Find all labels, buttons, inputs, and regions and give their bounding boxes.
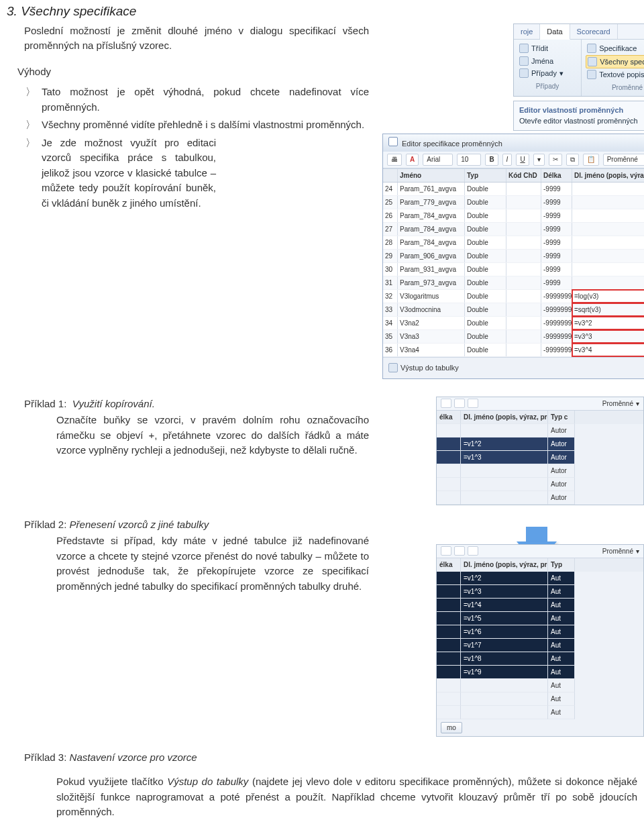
example1-body: Označíte buňky se vzorci, v pravém dolní… [56, 413, 369, 458]
ribbon-btn-all-spec[interactable]: Všechny specifikace [586, 55, 644, 69]
paste-icon[interactable]: 📋 [583, 154, 599, 166]
variables-dropdown[interactable]: Proměnné [602, 546, 633, 556]
table-row[interactable]: 25Param_779_avgvaDouble-9999Autor [383, 196, 644, 209]
table-row[interactable]: Autor [437, 464, 643, 478]
snippet2-header: élkaDl. jméno (popis, výraz, propojení)T… [437, 558, 643, 572]
table-row[interactable]: =v1^9Aut [437, 666, 643, 679]
font-size-dropdown[interactable]: 10 [457, 154, 481, 166]
text-labels-icon [587, 70, 596, 79]
arrow-icon [526, 527, 547, 543]
example1-heading: Příklad 1: Využití kopírování. [24, 397, 369, 412]
tab-scorecard[interactable]: Scorecard [570, 24, 618, 40]
table-row[interactable]: Autor [437, 491, 643, 505]
intro-paragraph: Poslední možností je změnit dlouhé jméno… [24, 23, 369, 54]
ribbon-group-label: Případy [518, 80, 577, 93]
editor-toolbar: 🖶 A Arial 10 B I U ▾ ✂ ⧉ 📋 Proměnné [383, 152, 644, 168]
ribbon-btn-pripady[interactable]: Případy ▾ [518, 67, 577, 80]
all-spec-icon [588, 57, 597, 66]
advantages-list: Tato možnost je opět výhodná, pokud chce… [24, 85, 369, 211]
sort-icon [519, 44, 529, 53]
table-row[interactable]: =v1^8Aut [437, 652, 643, 666]
ribbon-btn-tridit[interactable]: Třídit [518, 42, 577, 55]
example2-body: Představte si případ, kdy máte v jedné t… [56, 533, 369, 594]
tab-roje[interactable]: roje [514, 24, 540, 40]
cases-icon [519, 68, 529, 78]
editor-grid[interactable]: JménoTypKód ChDDélkaDl. jméno (popis, vý… [383, 168, 644, 357]
paste-icon[interactable] [468, 399, 478, 408]
copy-icon[interactable]: ⧉ [566, 154, 579, 166]
table-row[interactable]: 28Param_784_avgvaDouble-9999Autor [383, 236, 644, 250]
advantages-heading: Výhody [17, 64, 369, 80]
ribbon-tooltip: Editor vlastností proměnných Otevře edit… [513, 101, 644, 131]
table-row[interactable]: Aut [437, 679, 643, 692]
table-row[interactable]: Autor [437, 478, 643, 491]
table-row[interactable]: =v1^3Aut [437, 585, 643, 599]
table-row[interactable]: =v1^2Autor [437, 437, 643, 451]
copy-icon[interactable] [454, 399, 465, 408]
table-row[interactable]: =v1^4Aut [437, 599, 643, 612]
table-row[interactable]: 30Param_931_avgvaDouble-9999Autor [383, 263, 644, 276]
mo-button[interactable]: mo [441, 722, 462, 733]
table-row[interactable]: 35V3na3Double-999999998=v3^3Autor [383, 330, 644, 344]
snippet1: Proměnné ▾ élkaDl. jméno (popis, výraz, … [436, 397, 644, 505]
tab-data[interactable]: Data [540, 24, 570, 40]
fill-color-icon[interactable]: ▾ [533, 154, 545, 166]
table-row[interactable]: 24Param_761_avgvaDouble-9999Autor [383, 183, 644, 196]
print-icon[interactable]: 🖶 [387, 154, 402, 166]
table-row[interactable]: =v1^2Aut [437, 572, 643, 585]
names-icon [519, 56, 529, 66]
cut-icon[interactable] [441, 399, 451, 408]
variables-dropdown[interactable]: Proměnné [603, 154, 644, 166]
table-row[interactable]: 29Param_906_avgvaDouble-9999Autor [383, 250, 644, 263]
table-row[interactable]: 31Param_973_avgvaDouble-9999Autor [383, 276, 644, 290]
snippet1-header: élkaDl. jméno (popis, výraz, propojení)T… [437, 411, 643, 424]
output-to-table-button[interactable]: Výstup do tabulky [388, 362, 459, 374]
table-row[interactable]: Autor [437, 424, 643, 437]
table-row[interactable]: =v1^7Aut [437, 639, 643, 652]
ribbon-btn-text-labels[interactable]: Textové popisky [586, 68, 644, 81]
table-out-icon [388, 363, 398, 372]
snippet2: Proměnné ▾ élkaDl. jméno (popis, výraz, … [436, 544, 644, 737]
cut-icon[interactable]: ✂ [549, 154, 562, 166]
page-number: 3. Všechny specifikace [0, 0, 644, 23]
cut-icon[interactable] [441, 546, 451, 556]
ribbon: roje Data Scorecard Třídit Jména Případy… [513, 23, 644, 97]
font-name-dropdown[interactable]: Arial [423, 154, 453, 166]
ribbon-group-label: Proměnné [586, 81, 644, 95]
editor-titlebar: Editor specifikace proměnných ? ✕ [383, 134, 644, 152]
table-row[interactable]: Aut [437, 706, 643, 719]
table-row[interactable]: 27Param_784_avgvaDouble-9999Autor [383, 223, 644, 236]
underline-icon[interactable]: U [516, 154, 529, 166]
table-row[interactable]: 32V3logaritmusDouble-999999998=log(v3)Au… [383, 290, 644, 303]
list-item: Všechny proměnné vidíte přehledně i s da… [42, 117, 369, 133]
table-row[interactable]: 34V3na2Double-999999998=v3^2Autor [383, 317, 644, 330]
example2-heading: Příklad 2: Přenesení vzorců z jiné tabul… [24, 517, 369, 533]
spec-icon [587, 44, 596, 53]
example3-heading: Příklad 3: Nastavení vzorce pro vzorce [0, 750, 644, 766]
example3-body: Pokud využijete tlačítko Výstup do tabul… [0, 774, 644, 820]
bold-icon[interactable]: B [485, 154, 498, 166]
copy-icon[interactable] [454, 546, 465, 556]
table-row[interactable]: =v1^3Autor [437, 451, 643, 464]
italic-icon[interactable]: I [502, 154, 513, 166]
table-row[interactable]: =v1^6Aut [437, 625, 643, 639]
ribbon-btn-spec[interactable]: Specifikace [586, 42, 644, 55]
table-row[interactable]: Aut [437, 692, 643, 706]
paste-icon[interactable] [468, 546, 478, 556]
ribbon-btn-jmena[interactable]: Jména [518, 55, 577, 68]
list-item: Tato možnost je opět výhodná, pokud chce… [42, 85, 369, 115]
app-icon [388, 137, 398, 146]
table-row[interactable]: 26Param_784_avgvaDouble-9999Autor [383, 209, 644, 223]
list-item: Je zde možnost využít pro editaci vzorců… [42, 136, 216, 211]
editor-window: Editor specifikace proměnných ? ✕ 🖶 A Ar… [382, 134, 644, 379]
table-row[interactable]: 33V3odmocninaDouble-999999998=sqrt(v3)Au… [383, 303, 644, 317]
table-row[interactable]: =v1^5Aut [437, 612, 643, 625]
font-color-icon[interactable]: A [406, 154, 419, 166]
table-row[interactable]: 36V3na4Double-999999998=v3^4Autor [383, 344, 644, 357]
variables-dropdown[interactable]: Proměnné [602, 399, 633, 409]
